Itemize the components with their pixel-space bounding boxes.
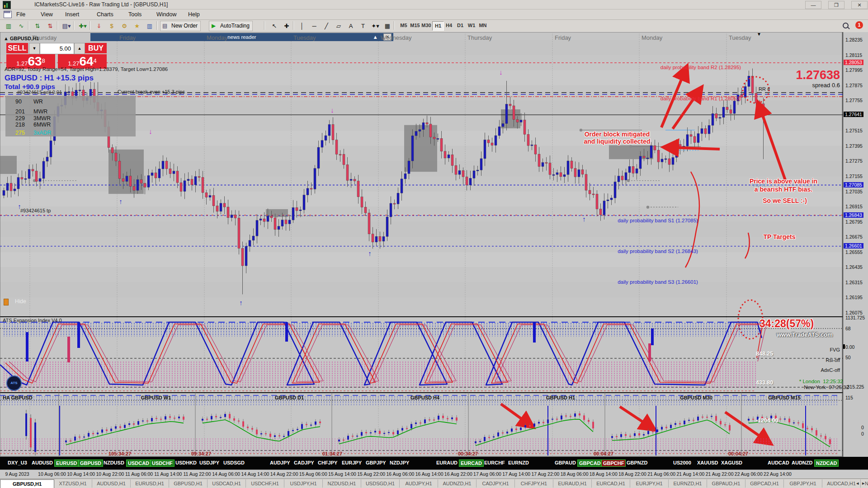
tab-audcad-h1[interactable]: AUDCAD,H1 — [822, 479, 861, 488]
menu-item-view[interactable]: View — [39, 11, 55, 18]
favorites-icon[interactable]: ★ — [131, 21, 143, 31]
tab-eurcad-h1[interactable]: EURCAD,H1 — [592, 479, 630, 488]
menu-item-file[interactable]: File — [14, 11, 27, 18]
minimize-button[interactable]: — — [805, 1, 821, 9]
vline-icon[interactable]: │ — [296, 21, 308, 31]
symbol-cadjpy[interactable]: CADJPY — [292, 460, 316, 466]
symbol-audcad[interactable]: AUDCAD — [766, 460, 791, 466]
chart-area[interactable]: ↑↑↑↑↑↓↓↓ 1.282351.281151.279951.278751.2… — [0, 32, 868, 457]
tab-nzdusd-h1[interactable]: NZDUSD,H1 — [323, 479, 361, 488]
tab-euraud-h1[interactable]: EURAUD,H1 — [553, 479, 592, 488]
volume-up-button[interactable]: ▲ — [74, 43, 85, 54]
symbol-usdjpy[interactable]: USDJPY — [198, 460, 221, 466]
download-icon[interactable]: ⇓ — [93, 21, 105, 31]
sell-button[interactable]: SELL — [6, 43, 28, 53]
symbol-usdhkd[interactable]: USDHKD — [174, 460, 198, 466]
search-icon[interactable] — [843, 23, 849, 28]
hide-chip[interactable] — [4, 299, 9, 305]
symbol-gbpchf[interactable]: GBPCHF — [601, 460, 626, 467]
uptick-icon[interactable]: ⇅ — [32, 21, 43, 31]
symbol-eurusd[interactable]: EURUSD — [54, 460, 79, 467]
volume-input[interactable]: 5.00 — [40, 43, 74, 54]
symbol-nzdjpy[interactable]: NZDJPY — [388, 460, 410, 466]
tab-gbpusd-h1[interactable]: GBPUSD,H1 — [169, 479, 208, 488]
add-indicator-icon[interactable]: ✚▾ — [77, 21, 89, 31]
tab-usdjpy-h1[interactable]: USDJPY,H1 — [284, 479, 323, 488]
tab-cadjpy-h1[interactable]: CADJPY,H1 — [476, 479, 515, 488]
menu-item-tools[interactable]: Tools — [127, 11, 143, 18]
tab-eurusd-h1[interactable]: EURUSD,H1 — [131, 479, 169, 488]
menu-item-help[interactable]: Help — [186, 11, 202, 18]
new-order-button[interactable]: ▤New Order — [160, 21, 201, 31]
terminal-icon[interactable]: ▥ — [144, 21, 156, 31]
symbol-eurjpy[interactable]: EURJPY — [340, 460, 363, 466]
text-icon[interactable]: A — [345, 21, 357, 31]
downtick-icon[interactable]: ⇅ — [44, 21, 56, 31]
symbol-usdcad[interactable]: USDCAD — [126, 460, 151, 467]
symbol-dxy_u3[interactable]: DXY_U3 — [6, 460, 28, 466]
symbol-xauusd[interactable]: XAUUSD — [696, 460, 719, 466]
symbol-euraud[interactable]: EURAUD — [435, 460, 459, 466]
menu-item-charts[interactable]: Charts — [95, 11, 115, 18]
symbol-audusd[interactable]: AUDUSD — [30, 460, 54, 466]
crosshair-icon[interactable]: ✚ — [281, 21, 292, 31]
accounts-icon[interactable]: $ — [106, 21, 118, 31]
tab-gbpcad-h1[interactable]: GBPCAD,H1 — [745, 479, 784, 488]
symbol-usdsgd[interactable]: USDSGD — [222, 460, 246, 466]
timeframe-h4[interactable]: H4 — [443, 21, 454, 30]
menu-item-window[interactable]: Window — [155, 11, 178, 18]
symbol-gbpcad[interactable]: GBPCAD — [577, 460, 603, 467]
symbol-gbpjpy[interactable]: GBPJPY — [364, 460, 387, 466]
symbol-usdchf[interactable]: USDCHF — [150, 460, 175, 467]
timeframe-mn[interactable]: MN — [477, 21, 488, 30]
collapse-icon[interactable]: ▲ — [373, 33, 378, 41]
timeframe-h1[interactable]: H1 — [432, 21, 444, 31]
shapes-icon[interactable]: ✦▾ — [369, 21, 381, 31]
grid-icon[interactable]: ▦ — [382, 21, 393, 31]
symbol-gbpnzd[interactable]: GBPNZD — [625, 460, 649, 466]
symbol-chfjpy[interactable]: CHFJPY — [316, 460, 339, 466]
symbol-us2000[interactable]: US2000 — [672, 460, 693, 466]
cursor-icon[interactable]: ↖ — [269, 21, 280, 31]
channel-icon[interactable]: ▱ — [333, 21, 344, 31]
tab-xtzusd-h1[interactable]: XTZUSD,H1 — [54, 479, 92, 488]
tab-audnzd-h1[interactable]: AUDNZD,H1 — [438, 479, 476, 488]
notification-badge[interactable]: 1 — [855, 21, 863, 29]
timeframe-m30[interactable]: M30 — [421, 21, 432, 30]
symbol-xagusd[interactable]: XAGUSD — [720, 460, 744, 466]
symbol-gbpaud[interactable]: GBPAUD — [553, 460, 577, 466]
zigzag-icon[interactable]: ∿ — [15, 21, 27, 31]
arrows-icon[interactable]: T — [357, 21, 369, 31]
maximize-button[interactable]: ❐ — [828, 1, 844, 9]
tab-usdsgd-h1[interactable]: USDSGD,H1 — [361, 479, 400, 488]
menu-item-insert[interactable]: Insert — [63, 11, 81, 18]
tab-gbpusd-h1[interactable]: GBPUSD,H1 — [0, 479, 54, 488]
symbol-eurcad[interactable]: EURCAD — [459, 460, 484, 467]
tab-usdcad-h1[interactable]: USDCAD,H1 — [208, 479, 246, 488]
timeframe-w1[interactable]: W1 — [466, 21, 477, 30]
symbol-eurchf[interactable]: EURCHF — [483, 460, 506, 466]
tab-gbpaud-h1[interactable]: GBPAUD,H1 — [707, 479, 745, 488]
tab-gbpjpy-h1[interactable]: GBPJPY,H1 — [784, 479, 822, 488]
volume-down-button[interactable]: ▼ — [29, 43, 40, 54]
hline-icon[interactable]: ─ — [308, 21, 320, 31]
timeframe-d1[interactable]: D1 — [455, 21, 466, 30]
trendline-icon[interactable]: ╱ — [321, 21, 332, 31]
tab-usdchf-h1[interactable]: USDCHF,H1 — [246, 479, 284, 488]
tab-chfjpy-h1[interactable]: CHFJPY,H1 — [515, 479, 553, 488]
symbol-nzdusd[interactable]: NZDUSD — [102, 460, 126, 466]
symbol-audnzd[interactable]: AUDNZD — [790, 460, 814, 466]
tab-scroll-left[interactable]: ◂ — [856, 480, 859, 486]
timeframe-m15[interactable]: M15 — [410, 21, 420, 30]
tab-audusd-h1[interactable]: AUDUSD,H1 — [92, 479, 131, 488]
symbol-audjpy[interactable]: AUDJPY — [269, 460, 292, 466]
symbol-nzdcad[interactable]: NZDCAD — [814, 460, 839, 467]
buy-button[interactable]: BUY — [85, 43, 107, 53]
autotrading-button[interactable]: ▶AutoTrading — [209, 21, 253, 31]
news-reader-bar[interactable]: news reader ▲ ✕ — [90, 33, 393, 41]
tick-chart-icon[interactable]: ▥ — [3, 21, 14, 31]
close-button[interactable]: ✕ — [851, 1, 868, 9]
tab-scroll-right[interactable]: ▸ — [862, 480, 865, 486]
timeframe-m5[interactable]: M5 — [398, 21, 409, 30]
tab-eurjpy-h1[interactable]: EURJPY,H1 — [630, 479, 669, 488]
